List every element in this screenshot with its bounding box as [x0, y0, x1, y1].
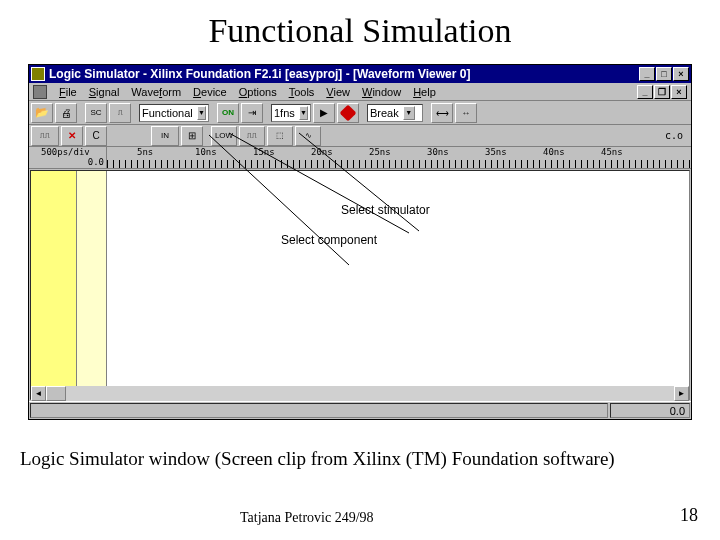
stop-button[interactable] [337, 103, 359, 123]
clock-button[interactable]: C [85, 126, 107, 146]
step-combo[interactable]: 1fns ▼ [271, 104, 311, 122]
delete-signal-button[interactable]: ✕ [61, 126, 83, 146]
scroll-thumb[interactable] [46, 386, 66, 401]
menu-waveform[interactable]: Waveform [125, 85, 187, 99]
open-button[interactable] [31, 103, 53, 123]
app-icon [31, 67, 45, 81]
window-title: Logic Simulator - Xilinx Foundation F2.1… [49, 67, 638, 81]
run-button[interactable]: ▶ [313, 103, 335, 123]
menu-window[interactable]: Window [356, 85, 407, 99]
bus-hex-button[interactable]: ⬚ [267, 126, 293, 146]
mode-value: Functional [142, 107, 193, 119]
maximize-button[interactable]: □ [656, 67, 672, 81]
break-value: Break [370, 107, 399, 119]
horizontal-scrollbar[interactable]: ◄ ► [31, 386, 689, 401]
stop-icon [340, 104, 357, 121]
scroll-left-button[interactable]: ◄ [31, 386, 46, 401]
menu-options[interactable]: Options [233, 85, 283, 99]
bus-high-button[interactable]: ⎍⎍ [239, 126, 265, 146]
step-button[interactable]: ⇥ [241, 103, 263, 123]
waveform-area: Select stimulator Select component [30, 170, 690, 400]
chevron-down-icon: ▼ [197, 106, 206, 120]
time-ruler: 500ps/div 0.0 5ns10ns15ns20ns25ns30ns35n… [29, 147, 691, 169]
secondary-toolbar: ⎍⎍ ✕ C IN ⊞ LOW ⎍⎍ ⬚ ∿ c.o [29, 125, 691, 147]
wave-button[interactable]: ∿ [295, 126, 321, 146]
signal-name-column[interactable] [31, 171, 77, 399]
annotation-select-component: Select component [281, 233, 377, 247]
mode-combo[interactable]: Functional ▼ [139, 104, 209, 122]
close-button[interactable]: × [673, 67, 689, 81]
menu-view[interactable]: View [320, 85, 356, 99]
measure-button[interactable]: ⟷ [431, 103, 453, 123]
chevron-down-icon: ▼ [299, 106, 308, 120]
slide-title: Functional Simulation [0, 0, 720, 58]
power-button[interactable]: ON [217, 103, 239, 123]
annotation-select-stimulator: Select stimulator [341, 203, 430, 217]
break-combo[interactable]: Break ▼ [367, 104, 423, 122]
footer-page-number: 18 [680, 505, 698, 526]
time-start-label: 0.0 [29, 157, 106, 167]
menu-help[interactable]: Help [407, 85, 442, 99]
menu-device[interactable]: Device [187, 85, 233, 99]
marker-button[interactable]: ↔ [455, 103, 477, 123]
titlebar: Logic Simulator - Xilinx Foundation F2.1… [29, 65, 691, 83]
print-button[interactable] [55, 103, 77, 123]
mdi-system-icon[interactable] [33, 85, 47, 99]
logic-simulator-window: Logic Simulator - Xilinx Foundation F2.1… [28, 64, 692, 420]
status-bar: 0.0 [29, 401, 691, 419]
bus-low-button[interactable]: LOW [211, 126, 237, 146]
mdi-minimize-button[interactable]: _ [637, 85, 653, 99]
menu-tools[interactable]: Tools [283, 85, 321, 99]
step-value: 1fns [274, 107, 295, 119]
ruler-ticks[interactable]: 5ns10ns15ns20ns25ns30ns35ns40ns45ns [107, 147, 691, 168]
toggle-button[interactable]: ⊞ [181, 126, 203, 146]
scroll-right-button[interactable]: ► [674, 386, 689, 401]
menu-bar: File Signal Waveform Device Options Tool… [29, 83, 691, 101]
footer-author: Tatjana Petrovic 249/98 [240, 510, 374, 526]
stimulator-button[interactable]: ⎍ [109, 103, 131, 123]
position-readout: c.o [665, 130, 689, 141]
mdi-close-button[interactable]: × [671, 85, 687, 99]
status-time: 0.0 [610, 403, 690, 418]
slide-caption: Logic Simulator window (Screen clip from… [20, 448, 615, 470]
scroll-track[interactable] [46, 386, 674, 401]
signal-value-column[interactable] [77, 171, 107, 399]
time-div-label: 500ps/div [29, 147, 106, 157]
mdi-restore-button[interactable]: ❐ [654, 85, 670, 99]
menu-signal[interactable]: Signal [83, 85, 126, 99]
script-button[interactable]: SC [85, 103, 107, 123]
status-message [30, 403, 608, 418]
main-toolbar: SC ⎍ Functional ▼ ON ⇥ 1fns ▼ ▶ Break ▼ … [29, 101, 691, 125]
minimize-button[interactable]: _ [639, 67, 655, 81]
zoom-in-button[interactable]: IN [151, 126, 179, 146]
menu-file[interactable]: File [53, 85, 83, 99]
signal-button[interactable]: ⎍⎍ [31, 126, 59, 146]
chevron-down-icon: ▼ [403, 106, 415, 120]
